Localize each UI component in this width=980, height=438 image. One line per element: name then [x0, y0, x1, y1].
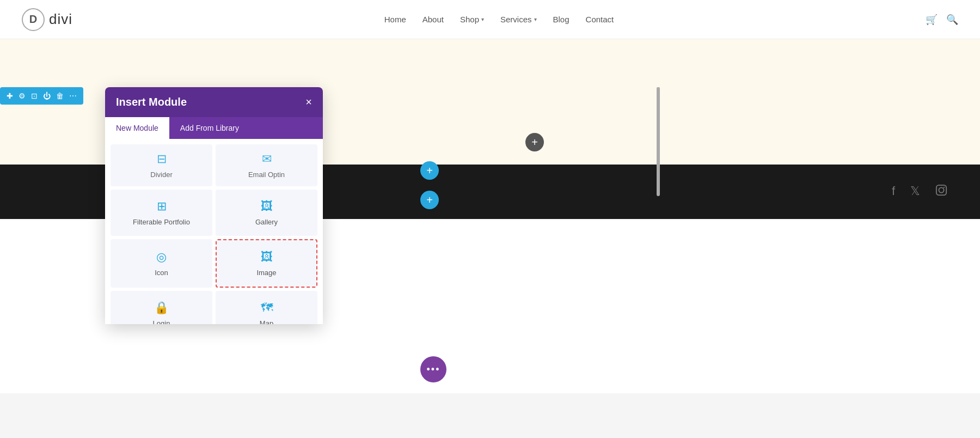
- row-more-icon[interactable]: ⋯: [67, 89, 79, 102]
- modal-content: ⊟ Divider ✉ Email Optin ⊞ Filterable Por…: [105, 139, 323, 324]
- tab-new-module[interactable]: New Module: [105, 117, 169, 139]
- twitter-icon[interactable]: 𝕏: [910, 184, 920, 199]
- row-delete-icon[interactable]: 🗑: [54, 89, 66, 102]
- image-label: Image: [256, 269, 276, 277]
- icon-label: Icon: [155, 269, 168, 277]
- logo-circle: D: [22, 8, 45, 31]
- logo-letter: D: [29, 13, 37, 26]
- module-item-gallery[interactable]: 🖼 Gallery: [216, 190, 317, 236]
- row-disable-icon[interactable]: ⏻: [41, 89, 53, 102]
- row-toolbar: ✚ ⚙ ⊡ ⏻ 🗑 ⋯: [0, 87, 83, 105]
- instagram-icon[interactable]: [935, 184, 947, 199]
- map-label: Map: [260, 319, 273, 324]
- nav-action-icons: 🛒 🔍: [926, 14, 958, 26]
- modal-header: Insert Module ×: [105, 87, 323, 117]
- svg-point-1: [939, 187, 944, 192]
- modal-title: Insert Module: [116, 96, 187, 108]
- module-item-login[interactable]: 🔒 Login: [111, 291, 212, 324]
- insert-module-modal: Insert Module × New Module Add From Libr…: [105, 87, 323, 324]
- row-add-icon[interactable]: ✚: [4, 89, 15, 102]
- icon-module-icon: ◎: [156, 250, 167, 264]
- svg-point-2: [944, 187, 945, 188]
- cart-icon[interactable]: 🛒: [926, 14, 938, 26]
- scrollbar[interactable]: [657, 87, 660, 165]
- shop-chevron-icon: ▾: [481, 16, 484, 22]
- row-settings-icon[interactable]: ⚙: [16, 89, 28, 102]
- module-item-map[interactable]: 🗺 Map: [216, 291, 317, 324]
- nav-home[interactable]: Home: [384, 15, 406, 24]
- image-module-icon: 🖼: [261, 250, 273, 264]
- nav-shop[interactable]: Shop ▾: [460, 15, 484, 24]
- module-item-divider[interactable]: ⊟ Divider: [111, 144, 212, 186]
- module-item-image[interactable]: 🖼 Image: [216, 239, 317, 288]
- module-grid: ⊞ Filterable Portfolio 🖼 Gallery ◎ Icon …: [107, 186, 321, 324]
- search-icon[interactable]: 🔍: [946, 14, 958, 26]
- divider-label: Divider: [150, 171, 172, 179]
- more-options-button[interactable]: •••: [420, 356, 446, 382]
- page-content: ✚ ⚙ ⊡ ⏻ 🗑 ⋯ ✚ ⚙ ⊡ ⊞ ⏻ 🗑 ⋯ + + +: [0, 39, 980, 393]
- nav-services[interactable]: Services ▾: [500, 15, 537, 24]
- email-optin-label: Email Optin: [248, 171, 285, 179]
- divider-icon: ⊟: [157, 152, 167, 166]
- map-icon: 🗺: [261, 301, 273, 315]
- gallery-icon: 🖼: [261, 199, 273, 214]
- modal-tabs: New Module Add From Library: [105, 117, 323, 139]
- svg-rect-0: [936, 185, 946, 195]
- filterable-portfolio-icon: ⊞: [157, 199, 167, 214]
- partial-module-row: ⊟ Divider ✉ Email Optin: [107, 141, 321, 186]
- login-icon: 🔒: [154, 301, 169, 315]
- add-module-button-mid2[interactable]: +: [420, 191, 439, 209]
- tab-add-from-library[interactable]: Add From Library: [169, 117, 250, 139]
- module-item-filterable-portfolio[interactable]: ⊞ Filterable Portfolio: [111, 190, 212, 236]
- facebook-icon[interactable]: f: [892, 184, 895, 199]
- nav-links: Home About Shop ▾ Services ▾ Blog Contac…: [384, 15, 614, 24]
- email-optin-icon: ✉: [262, 152, 272, 166]
- logo-text: divi: [49, 11, 72, 28]
- modal-close-button[interactable]: ×: [305, 96, 312, 108]
- module-item-icon[interactable]: ◎ Icon: [111, 239, 212, 288]
- filterable-portfolio-label: Filterable Portfolio: [133, 218, 190, 226]
- nav-about[interactable]: About: [422, 15, 444, 24]
- top-navigation: D divi Home About Shop ▾ Services ▾ Blog…: [0, 0, 980, 39]
- row-duplicate-icon[interactable]: ⊡: [29, 89, 40, 102]
- services-chevron-icon: ▾: [534, 16, 537, 22]
- social-icons: f 𝕏: [892, 184, 947, 199]
- gallery-label: Gallery: [255, 218, 278, 226]
- section-cream: ✚ ⚙ ⊡ ⊞ ⏻ 🗑 ⋯ + + + +: [0, 39, 980, 165]
- login-label: Login: [153, 319, 170, 324]
- nav-contact[interactable]: Contact: [586, 15, 614, 24]
- module-item-email-optin[interactable]: ✉ Email Optin: [216, 144, 317, 186]
- scrollbar-thumb[interactable]: [657, 87, 660, 196]
- nav-blog[interactable]: Blog: [553, 15, 569, 24]
- add-module-button-mid1[interactable]: +: [420, 161, 439, 180]
- add-module-button-right[interactable]: +: [525, 133, 544, 151]
- site-logo[interactable]: D divi: [22, 8, 72, 31]
